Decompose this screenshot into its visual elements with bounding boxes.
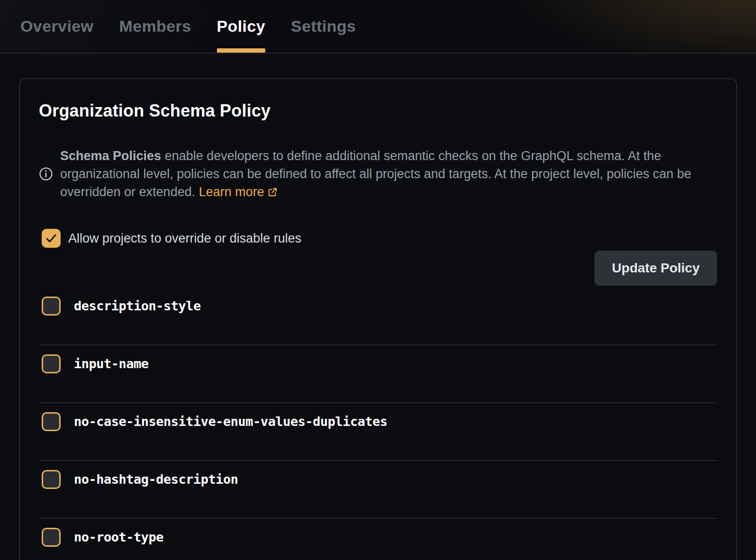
- tab-policy[interactable]: Policy: [217, 0, 266, 53]
- rule-checkbox[interactable]: [42, 412, 61, 431]
- rule-checkbox[interactable]: [42, 528, 61, 547]
- checkmark-icon: [45, 232, 57, 244]
- policy-info-callout: Schema Policies enable developers to def…: [39, 134, 717, 214]
- learn-more-label: Learn more: [199, 185, 264, 199]
- external-link-icon: [267, 187, 278, 198]
- rule-name: input-name: [74, 354, 149, 374]
- policy-description-lead: Schema Policies: [60, 149, 161, 163]
- update-policy-button[interactable]: Update Policy: [594, 251, 717, 286]
- allow-override-row: Allow projects to override or disable ru…: [42, 229, 717, 248]
- policy-description: Schema Policies enable developers to def…: [60, 147, 713, 201]
- rule-row: no-case-insensitive-enum-values-duplicat…: [39, 403, 717, 461]
- rule-checkbox[interactable]: [42, 354, 61, 373]
- button-row: Update Policy: [39, 251, 717, 286]
- tab-bar: Overview Members Policy Settings: [0, 0, 756, 54]
- tab-settings[interactable]: Settings: [291, 0, 356, 53]
- tab-overview[interactable]: Overview: [20, 0, 93, 53]
- rules-list: description-style input-name no-case-ins…: [39, 296, 717, 560]
- rule-name: no-case-insensitive-enum-values-duplicat…: [74, 412, 387, 432]
- rule-checkbox[interactable]: [42, 470, 61, 489]
- info-icon: [39, 167, 53, 181]
- allow-override-checkbox[interactable]: [42, 229, 61, 248]
- tab-members[interactable]: Members: [119, 0, 191, 53]
- rule-name: description-style: [74, 296, 201, 316]
- rule-row: input-name: [39, 345, 717, 403]
- rule-name: no-hashtag-description: [74, 470, 238, 489]
- rule-checkbox[interactable]: [42, 297, 61, 316]
- rule-name: no-root-type: [74, 527, 163, 547]
- allow-override-label: Allow projects to override or disable ru…: [68, 231, 301, 246]
- rule-row: description-style: [39, 296, 717, 345]
- rule-row: no-hashtag-description: [39, 461, 717, 519]
- page-title: Organization Schema Policy: [39, 101, 717, 121]
- policy-card: Organization Schema Policy Schema Polici…: [19, 78, 737, 560]
- learn-more-link[interactable]: Learn more: [199, 185, 278, 199]
- rule-row: no-root-type: [39, 519, 717, 560]
